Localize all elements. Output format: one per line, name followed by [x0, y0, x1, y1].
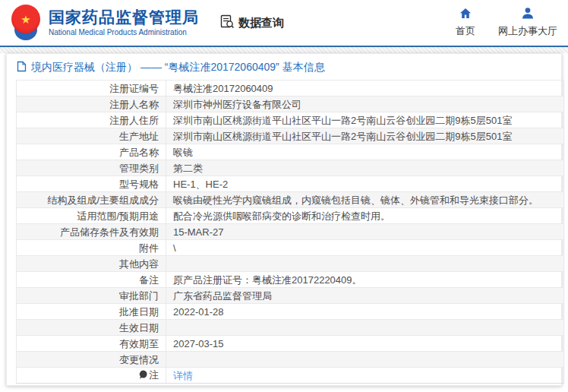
- row-value: 配合冷光源供咽喉部病变的诊断和治疗检查时用。: [166, 208, 564, 224]
- note-balloon-icon: [139, 368, 147, 383]
- table-row: 注册证编号粤械注准20172060409: [17, 81, 564, 96]
- row-value: [166, 256, 564, 272]
- row-value: 深圳市神州医疗设备有限公司: [166, 96, 564, 112]
- header-right-nav: 首页 网上办事大厅: [456, 8, 557, 38]
- row-label: 产品名称: [17, 144, 166, 160]
- row-value: HE-1、HE-2: [166, 176, 564, 192]
- table-row: 注册人名称深圳市神州医疗设备有限公司: [17, 96, 564, 112]
- national-emblem-icon: ★: [9, 4, 43, 42]
- row-value: \: [166, 240, 564, 256]
- row-value: 喉镜由硬性光学内窥镜组成，内窥镜包括目镜、镜体、外镜管和和导光束接口部分。: [166, 192, 564, 208]
- table-row: 变更情况: [17, 352, 564, 368]
- table-row: 生产地址深圳市南山区桃源街道平山社区平山一路2号南山云谷创业园二期9栋5层501…: [17, 128, 564, 144]
- row-value: 深圳市南山区桃源街道平山社区平山一路2号南山云谷创业园二期9栋5层501室: [166, 112, 564, 128]
- row-label: 注册证编号: [17, 81, 166, 96]
- row-value: 第二类: [166, 160, 564, 176]
- row-label: 批准日期: [17, 304, 166, 320]
- info-table-body: 注册证编号粤械注准20172060409注册人名称深圳市神州医疗设备有限公司注册…: [17, 81, 564, 384]
- table-row: 其他内容: [17, 256, 564, 272]
- row-value: 详情: [166, 368, 564, 384]
- row-value: 深圳市南山区桃源街道平山社区平山一路2号南山云谷创业园二期9栋5层501室: [166, 128, 564, 144]
- row-label: 附件: [17, 240, 166, 256]
- row-value: 粤械注准20172060409: [166, 81, 564, 96]
- doc-search-icon: [220, 14, 235, 32]
- nav-home-label: 首页: [456, 24, 475, 38]
- table-row: 生效日期: [17, 320, 564, 336]
- row-value: 2022-01-28: [166, 304, 564, 320]
- content-card: 境内医疗器械（注册） —— “粤械注准20172060409” 基本信息 注册证…: [6, 53, 562, 386]
- nav-service-hall-label: 网上办事大厅: [498, 24, 557, 38]
- data-query-label: 数据查询: [238, 16, 284, 30]
- row-label: 注册人名称: [17, 96, 166, 112]
- table-row: 注详情: [17, 368, 564, 384]
- row-label: 有效期至: [17, 336, 166, 352]
- table-row: 适用范围/预期用途配合冷光源供咽喉部病变的诊断和治疗检查时用。: [17, 208, 564, 224]
- person-icon: [522, 8, 534, 22]
- row-label: 型号规格: [17, 176, 166, 192]
- table-row: 型号规格HE-1、HE-2: [17, 176, 564, 192]
- texture-divider: [0, 47, 568, 53]
- table-row: 产品名称喉镜: [17, 144, 564, 160]
- site-subtitle: National Medical Products Administration: [49, 28, 199, 37]
- data-query-nav[interactable]: 数据查询: [220, 14, 284, 32]
- row-value: [166, 352, 564, 368]
- nav-service-hall[interactable]: 网上办事大厅: [498, 8, 557, 38]
- row-value: [166, 320, 564, 336]
- site-header: ★ 国家药品监督管理局 National Medical Products Ad…: [0, 0, 568, 47]
- row-value: 广东省药品监督管理局: [166, 288, 564, 304]
- row-label: 生效日期: [17, 320, 166, 336]
- row-label: 变更情况: [17, 352, 166, 368]
- table-row: 批准日期2022-01-28: [17, 304, 564, 320]
- table-row: 备注原产品注册证号：粤械注准20172220409。: [17, 272, 564, 288]
- table-row: 附件\: [17, 240, 564, 256]
- table-row: 结构及组成/主要组成成分喉镜由硬性光学内窥镜组成，内窥镜包括目镜、镜体、外镜管和…: [17, 192, 564, 208]
- table-row: 注册人住所深圳市南山区桃源街道平山社区平山一路2号南山云谷创业园二期9栋5层50…: [17, 112, 564, 128]
- row-label: 结构及组成/主要组成成分: [17, 192, 166, 208]
- registration-info-table: 注册证编号粤械注准20172060409注册人名称深圳市神州医疗设备有限公司注册…: [16, 80, 564, 384]
- page-title: 境内医疗器械（注册） —— “粤械注准20172060409” 基本信息: [31, 61, 325, 74]
- row-label: 其他内容: [17, 256, 166, 272]
- nmpa-logo: ★ 国家药品监督管理局 National Medical Products Ad…: [9, 4, 199, 42]
- home-icon: [459, 8, 472, 22]
- row-label: 审批部门: [17, 288, 166, 304]
- row-label: 注: [17, 368, 166, 384]
- page-title-bar: 境内医疗器械（注册） —— “粤械注准20172060409” 基本信息: [7, 54, 561, 80]
- row-value: 15-MAR-27: [166, 224, 564, 240]
- table-row: 审批部门广东省药品监督管理局: [17, 288, 564, 304]
- nav-home[interactable]: 首页: [456, 8, 475, 38]
- row-value: 原产品注册证号：粤械注准20172220409。: [166, 272, 564, 288]
- row-label: 产品储存条件及有效期: [17, 224, 166, 240]
- row-label: 注册人住所: [17, 112, 166, 128]
- site-title: 国家药品监督管理局: [49, 8, 199, 27]
- page-doc-icon: [17, 61, 27, 74]
- table-row: 有效期至2027-03-15: [17, 336, 564, 352]
- row-label: 备注: [17, 272, 166, 288]
- row-label: 管理类别: [17, 160, 166, 176]
- row-label: 适用范围/预期用途: [17, 208, 166, 224]
- table-row: 产品储存条件及有效期15-MAR-27: [17, 224, 564, 240]
- row-label: 生产地址: [17, 128, 166, 144]
- row-value: 2027-03-15: [166, 336, 564, 352]
- row-value: 喉镜: [166, 144, 564, 160]
- detail-link[interactable]: 详情: [173, 370, 193, 381]
- table-row: 管理类别第二类: [17, 160, 564, 176]
